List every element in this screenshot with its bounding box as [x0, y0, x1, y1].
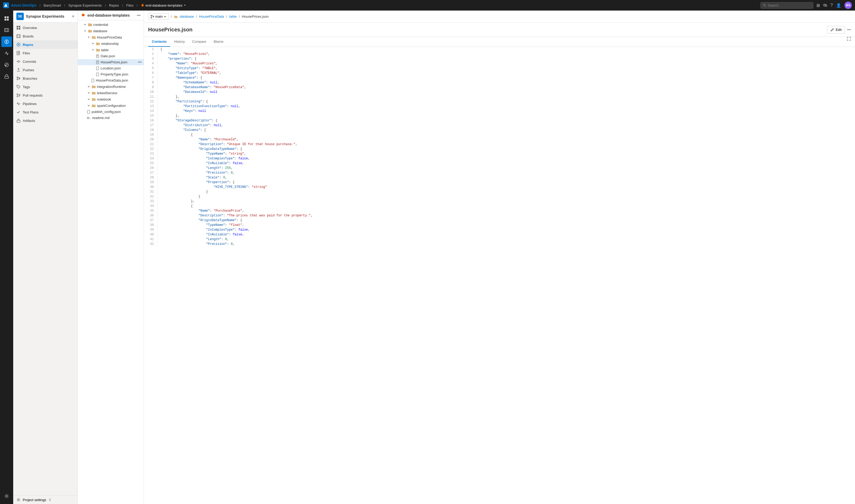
sidebar-item-repos[interactable]: Repos: [13, 40, 77, 49]
tree-item-publish-config[interactable]: publish_config.json: [78, 109, 144, 115]
sidebar-item-artifacts[interactable]: Artifacts: [13, 116, 77, 125]
tree-item-integrationruntime[interactable]: integrationRuntime: [78, 84, 144, 90]
path-table[interactable]: table: [229, 15, 237, 18]
left-nav: [0, 11, 13, 504]
sidebar-item-tags[interactable]: Tags: [13, 83, 77, 91]
path-filename: HousePrices.json: [242, 15, 268, 18]
path-housepricedata[interactable]: HousePriceData: [199, 15, 224, 18]
tab-contents[interactable]: Contents: [148, 37, 170, 47]
line-code: "Name": "HousePrices",: [157, 61, 855, 66]
tab-blame[interactable]: Blame: [210, 37, 227, 47]
svg-point-34: [18, 86, 18, 87]
tree-item-housepricedata-json[interactable]: HousePriceData.json: [78, 77, 144, 84]
line-number: 42: [144, 242, 157, 247]
sidebar-item-pipelines[interactable]: Pipelines: [13, 100, 77, 108]
tree-label-credential: credential: [93, 23, 141, 26]
tree-item-date-json[interactable]: Date.json: [78, 53, 144, 59]
line-code: "Scale": 0,: [157, 175, 855, 180]
svg-rect-43: [97, 67, 99, 70]
path-sep4: /: [239, 15, 240, 18]
line-code: "EntityType": "TABLE",: [157, 66, 855, 71]
help-icon[interactable]: ?: [831, 3, 833, 8]
sidebar-item-tags-label: Tags: [23, 85, 30, 89]
nav-test-plans[interactable]: [1, 60, 12, 70]
sidebar-footer-label: Project settings: [23, 498, 46, 502]
sidebar-item-overview[interactable]: Overview: [13, 23, 77, 32]
branch-selector[interactable]: main: [148, 13, 169, 20]
code-line: 15 },: [144, 113, 855, 118]
line-number: 30: [144, 185, 157, 190]
nav-settings[interactable]: [1, 491, 12, 501]
topbar-org-link[interactable]: BarrySmart: [43, 3, 61, 7]
edit-button[interactable]: Edit: [827, 26, 845, 34]
line-number: 18: [144, 128, 157, 132]
tree-item-location-json[interactable]: Location.json: [78, 65, 144, 71]
code-line: 35 "Name": "PurchasePrice",: [144, 209, 855, 213]
code-line: 17 "Distribution": null,: [144, 123, 855, 128]
topbar-repos-link[interactable]: Repos: [109, 3, 119, 7]
search-input[interactable]: [768, 3, 811, 7]
sidebar-item-pushes[interactable]: Pushes: [13, 66, 77, 74]
nav-overview[interactable]: [1, 13, 12, 24]
tree-item-housepricedata[interactable]: HousePriceData: [78, 34, 144, 40]
file-tabs: Contents History Compare Blame: [144, 37, 855, 47]
more-options-button[interactable]: •••: [847, 28, 851, 32]
sidebar-item-test-plans[interactable]: Test Plans: [13, 108, 77, 116]
filetree-menu-button[interactable]: •••: [137, 14, 140, 17]
basket-icon[interactable]: 🛍: [823, 3, 827, 8]
tree-item-actions[interactable]: •••: [138, 60, 141, 64]
search-box[interactable]: [761, 2, 813, 9]
tree-label-relationship: relationship: [101, 42, 141, 46]
tree-item-readme[interactable]: M↓ readme.md: [78, 115, 144, 121]
topbar-right: ⊞ 🛍 ? 👤 BS: [761, 2, 852, 9]
svg-marker-1: [141, 4, 144, 7]
user-avatar[interactable]: BS: [844, 2, 852, 9]
tree-item-propertytype-json[interactable]: PropertyType.json: [78, 71, 144, 77]
tab-history[interactable]: History: [170, 37, 188, 47]
code-line: 20 "Name": "PurchaseId",: [144, 137, 855, 142]
sidebar: SE Synapse Experiments + Overview Boards…: [13, 11, 78, 504]
tree-item-houseprices-json[interactable]: HousePrices.json •••: [78, 59, 144, 65]
tree-item-linkedservice[interactable]: linkedService: [78, 90, 144, 96]
path-sep3: /: [226, 15, 227, 18]
topbar-sep1: /: [40, 3, 41, 7]
nav-boards[interactable]: [1, 25, 12, 35]
sidebar-item-files[interactable]: Files: [13, 49, 77, 57]
code-area[interactable]: 1 { 2 "name": "HousePrices", 3 "properti…: [144, 47, 855, 504]
tree-item-relationship[interactable]: relationship: [78, 40, 144, 47]
path-sep2: /: [196, 15, 197, 18]
tree-item-credential[interactable]: credential: [78, 21, 144, 28]
search-icon: [763, 3, 766, 7]
org-icon: SE: [16, 13, 24, 20]
branch-dropdown-icon: [164, 15, 167, 18]
topbar-files-link[interactable]: Files: [126, 3, 133, 7]
tree-item-notebook[interactable]: notebook: [78, 96, 144, 102]
tree-item-sparkconfiguration[interactable]: sparkConfiguration: [78, 102, 144, 109]
svg-rect-41: [97, 55, 99, 58]
line-number: 27: [144, 170, 157, 175]
grid-icon[interactable]: ⊞: [817, 3, 820, 8]
fullscreen-button[interactable]: [847, 37, 851, 47]
tree-item-table[interactable]: table: [78, 47, 144, 53]
nav-pipelines[interactable]: [1, 48, 12, 58]
nav-repos[interactable]: [1, 36, 12, 47]
sidebar-item-branches[interactable]: Branches: [13, 74, 77, 83]
line-code: "Description": "The prices that was paid…: [157, 213, 855, 218]
sidebar-item-boards[interactable]: Boards: [13, 32, 77, 40]
sidebar-item-pull-requests[interactable]: Pull requests: [13, 91, 77, 100]
path-database[interactable]: database: [180, 15, 194, 18]
line-code: "Distribution": null,: [157, 123, 855, 128]
line-code: "IsComplexType": false,: [157, 228, 855, 232]
sidebar-footer[interactable]: Project settings: [13, 495, 77, 504]
add-button[interactable]: +: [72, 14, 74, 19]
tree-item-database[interactable]: database: [78, 28, 144, 34]
topbar-brand[interactable]: Azure DevOps: [11, 3, 36, 7]
tab-compare[interactable]: Compare: [189, 37, 210, 47]
nav-artifacts[interactable]: [1, 71, 12, 82]
svg-rect-38: [17, 120, 20, 123]
topbar-sep2: /: [64, 3, 65, 7]
topbar-project-link[interactable]: Synapse Experiments: [68, 3, 102, 7]
svg-rect-45: [92, 79, 94, 82]
user-settings-icon[interactable]: 👤: [836, 3, 841, 8]
sidebar-item-commits[interactable]: Commits: [13, 57, 77, 66]
